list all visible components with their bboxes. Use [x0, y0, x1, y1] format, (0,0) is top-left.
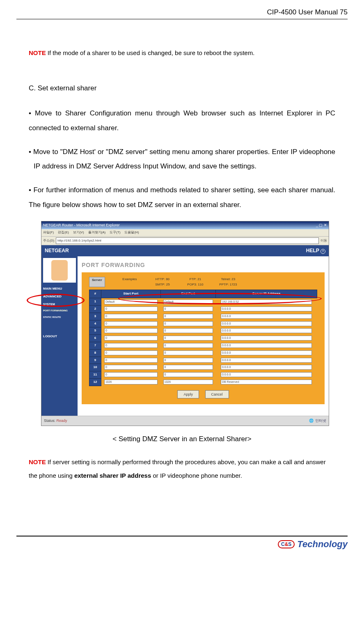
end-port-input[interactable]: 0 — [163, 321, 213, 326]
row-start-port: 0 — [101, 342, 161, 350]
start-port-input[interactable]: 1026 — [104, 380, 158, 384]
row-start-port: 0 — [101, 364, 161, 371]
address-label: 주소(D) — [43, 238, 54, 244]
end-port-input[interactable]: 0 — [163, 372, 213, 377]
row-num: 5 — [89, 327, 101, 335]
browser-titlebar: NETGEAR Router - Microsoft Internet Expl… — [41, 221, 329, 229]
table-row: 8000.0.0.0 — [89, 349, 317, 357]
ip-input[interactable]: 0.0.0.0 — [221, 306, 312, 311]
row-start-port: 0 — [101, 313, 161, 320]
address-input[interactable]: http://192.168.0.1/rpSys2.html — [56, 237, 319, 244]
note-1-label: NOTE — [29, 49, 46, 56]
side-static-route[interactable]: STATIC ROUTE — [43, 314, 76, 321]
server-tab[interactable]: Server — [89, 277, 105, 288]
ip-input[interactable]: 0.0.0.0 — [221, 358, 312, 363]
manual-title: CIP-4500 User Manual — [267, 8, 338, 16]
start-port-input[interactable]: 0 — [104, 321, 158, 326]
end-port-input[interactable]: Default — [163, 299, 213, 304]
go-button[interactable]: 이동 — [321, 238, 327, 244]
note-2-post: or IP videophone phone number. — [151, 472, 242, 479]
netgear-topbar: NETGEAR HELP ? — [41, 245, 329, 256]
ip-input[interactable]: 0.0.0.0 — [221, 328, 312, 333]
netgear-sidebar: MAIN MENU ADVANCED SYSTEM PORT FORWARDIN… — [41, 256, 78, 416]
cancel-button[interactable]: Cancel — [205, 390, 229, 398]
start-port-input[interactable]: Default — [104, 299, 158, 304]
side-advanced[interactable]: ADVANCED — [43, 293, 76, 301]
end-port-input[interactable]: 0 — [163, 350, 213, 355]
row-start-port: 0 — [101, 335, 161, 342]
end-port-input[interactable]: 0 — [163, 365, 213, 370]
menu-help[interactable]: 도움말(H) — [124, 230, 139, 235]
start-port-input[interactable]: 0 — [104, 328, 158, 333]
ip-input[interactable]: 0.0.0.0 — [221, 343, 312, 348]
row-end-port: 0 — [160, 342, 216, 350]
end-port-input[interactable]: 0 — [163, 343, 213, 348]
row-ip: 0.0.0.0 — [216, 320, 317, 327]
table-row: 7000.0.0.0 — [89, 342, 317, 350]
menu-edit[interactable]: 편집(E) — [58, 230, 69, 235]
start-port-input[interactable]: 0 — [104, 358, 158, 363]
ip-input[interactable]: 192.168.0.52 — [221, 299, 312, 304]
end-port-input[interactable]: 0 — [163, 328, 213, 333]
ip-input[interactable]: 0.0.0.0 — [221, 365, 312, 370]
apply-button[interactable]: Apply — [177, 390, 199, 398]
start-port-input[interactable]: 0 — [104, 343, 158, 348]
row-start-port: 0 — [101, 357, 161, 364]
row-ip: 0.0.0.0 — [216, 313, 317, 320]
row-num: 3 — [89, 313, 101, 320]
table-row: 10000.0.0.0 — [89, 364, 317, 371]
ip-input[interactable]: 0.0.0.0 — [221, 314, 312, 319]
ip-input[interactable]: 0.0.0.0 — [221, 336, 312, 341]
menu-fav[interactable]: 즐겨찾기(A) — [88, 230, 106, 235]
row-ip: 192.168.0.52 — [216, 298, 317, 306]
address-bar: 주소(D) http://192.168.0.1/rpSys2.html 이동 — [41, 237, 329, 246]
row-num: 11 — [89, 371, 101, 379]
ip-input[interactable]: 0.0.0.0 — [221, 372, 312, 377]
table-row: 9000.0.0.0 — [89, 357, 317, 364]
ip-input[interactable]: DB Reserved — [221, 380, 312, 384]
side-logout[interactable]: LOGOUT — [43, 333, 76, 341]
page-footer: C&S Technology — [16, 536, 348, 550]
bullet-3: • For further information of menus and m… — [29, 183, 335, 212]
end-port-input[interactable]: 1026 — [163, 380, 213, 384]
row-num: 1 — [89, 298, 101, 306]
start-port-input[interactable]: 0 — [104, 314, 158, 319]
end-port-input[interactable]: 0 — [163, 336, 213, 341]
start-port-input[interactable]: 0 — [104, 336, 158, 341]
row-start-port: 1026 — [101, 379, 161, 386]
help-link[interactable]: HELP ? — [306, 247, 325, 255]
table-row: 6000.0.0.0 — [89, 335, 317, 342]
button-row: Apply Cancel — [89, 386, 317, 398]
example-1: HTTP: 80SMTP: 25 — [146, 277, 179, 288]
sidebar-illustration — [43, 258, 76, 283]
row-num: 10 — [89, 364, 101, 371]
note-2-bold: external sharer IP address — [74, 472, 151, 479]
end-port-input[interactable]: 0 — [163, 314, 213, 319]
row-start-port: 0 — [101, 371, 161, 379]
table-header-row: # Start Port End Port Server IP Address — [89, 290, 317, 298]
ip-input[interactable]: 0.0.0.0 — [221, 350, 312, 355]
end-port-input[interactable]: 0 — [163, 358, 213, 363]
port-forwarding-title: PORT FORWARDING — [82, 260, 325, 269]
start-port-input[interactable]: 0 — [104, 306, 158, 311]
table-row: 2000.0.0.0 — [89, 306, 317, 313]
start-port-input[interactable]: 0 — [104, 372, 158, 377]
footer-logo: C&S Technology — [278, 539, 348, 550]
side-system[interactable]: SYSTEM — [43, 301, 76, 308]
status-value: Ready — [57, 419, 67, 423]
browser-title: NETGEAR Router - Microsoft Internet Expl… — [43, 222, 120, 228]
th-end-port: End Port — [160, 290, 216, 298]
menu-file[interactable]: 파일(F) — [43, 230, 54, 235]
end-port-input[interactable]: 0 — [163, 306, 213, 311]
row-end-port: Default — [160, 298, 216, 306]
menu-tools[interactable]: 도구(T) — [110, 230, 120, 235]
side-main-menu[interactable]: MAIN MENU — [43, 285, 76, 293]
start-port-input[interactable]: 0 — [104, 350, 158, 355]
row-num: 9 — [89, 357, 101, 364]
menu-view[interactable]: 보기(V) — [73, 230, 84, 235]
status-bar: Status: Ready 🌐 인터넷 — [41, 416, 329, 425]
start-port-input[interactable]: 0 — [104, 365, 158, 370]
row-start-port: 0 — [101, 349, 161, 357]
ip-input[interactable]: 0.0.0.0 — [221, 321, 312, 326]
side-port-fwd[interactable]: PORT FORWARDING — [43, 308, 76, 314]
